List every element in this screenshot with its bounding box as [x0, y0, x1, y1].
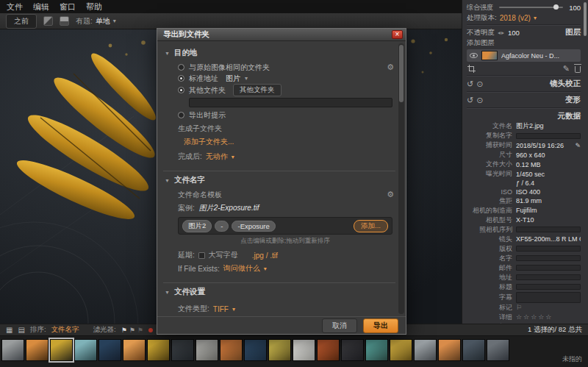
layout-select[interactable]: 有题: 单地 ▾ — [76, 16, 116, 26]
metadata-input[interactable] — [516, 227, 581, 232]
filmstrip-thumbnail[interactable] — [1, 339, 24, 361]
filmstrip-thumbnail[interactable] — [196, 339, 218, 361]
radio-icon — [178, 75, 184, 82]
scrollbar-thumb[interactable] — [399, 45, 404, 102]
flag-filter-icon[interactable]: ⚑ — [129, 327, 135, 334]
filmstrip-thumbnail[interactable] — [268, 339, 291, 361]
dest-option-standard-location[interactable]: 标准地址 图片 ▾ — [178, 73, 392, 84]
cancel-button[interactable]: 取消 — [322, 318, 357, 333]
filmstrip-thumbnail[interactable] — [438, 339, 461, 361]
menu-item[interactable]: 窗口 — [54, 0, 81, 14]
metadata-input[interactable] — [516, 274, 581, 280]
gear-icon[interactable]: ⚙ — [387, 63, 394, 72]
subfolder-label: 生成子文件夹 — [178, 124, 392, 134]
filmstrip-thumbnail[interactable] — [244, 339, 267, 361]
extension-value[interactable]: .jpg / .tif — [252, 252, 278, 260]
brush-icon[interactable] — [43, 16, 53, 26]
slider-knob[interactable] — [553, 4, 559, 10]
menu-item[interactable]: 编辑 — [28, 0, 54, 14]
trash-icon[interactable] — [575, 66, 581, 73]
flag-icon[interactable]: ⚐ — [516, 304, 522, 311]
gear-icon[interactable]: ⚙ — [387, 190, 394, 199]
add-subfolder-link[interactable]: 添加子文件夹... — [184, 137, 234, 147]
dialog-titlebar[interactable]: 导出到文件夹 × — [157, 29, 406, 41]
add-token-button[interactable]: 添加... — [354, 220, 388, 232]
filmstrip-thumbnail[interactable] — [98, 339, 121, 361]
visibility-eye-icon[interactable] — [470, 53, 478, 58]
folder-path-input[interactable] — [189, 98, 392, 107]
rating-stars-icon[interactable]: ☆☆☆☆☆ — [516, 313, 553, 321]
uppercase-checkbox[interactable] — [198, 252, 205, 259]
dest-option-same-folder[interactable]: 与原始图像相同的文件夹 — [178, 62, 392, 73]
destination-section-header[interactable]: ▼ 目的地 — [163, 44, 395, 61]
metadata-textarea[interactable] — [516, 292, 581, 303]
target-icon[interactable]: ⊙ — [476, 80, 483, 88]
amount-slider[interactable] — [499, 7, 563, 8]
file-settings-section-header[interactable]: ▼ 文件设置 — [163, 282, 395, 300]
filmstrip-thumbnail[interactable] — [123, 339, 146, 361]
layer-item[interactable]: Agfacolor Neu - D... — [467, 49, 581, 62]
divider — [467, 24, 581, 26]
reset-icon[interactable]: ↺ — [467, 96, 473, 104]
filmstrip-thumbnail[interactable] — [74, 339, 97, 361]
metadata-input[interactable] — [516, 246, 581, 252]
panel-scrollbar[interactable] — [584, 2, 587, 36]
flag-filter-icon[interactable]: ⚑ — [121, 327, 127, 334]
export-button[interactable]: 导出 — [363, 318, 398, 333]
add-layer-row[interactable]: 添加图层 — [467, 38, 581, 48]
flag-filter-icon[interactable]: ⚑ — [137, 327, 143, 334]
dialog-body: ▼ 目的地 ⚙ 与原始图像相同的文件夹 标准地址 图片 ▾ 其他文件夹 — [157, 41, 406, 316]
filmstrip-thumbnail[interactable] — [293, 339, 315, 361]
filmstrip-thumbnail[interactable] — [171, 339, 194, 361]
filename-token-chip[interactable]: - — [215, 221, 229, 232]
metadata-input[interactable] — [516, 284, 581, 290]
target-icon[interactable]: ⊙ — [476, 96, 483, 104]
template-label: 文件命名模板 — [178, 190, 392, 200]
filmstrip-thumbnail[interactable] — [341, 339, 364, 361]
filmstrip-thumbnail[interactable] — [147, 339, 170, 361]
standard-location-value[interactable]: 图片 — [226, 74, 240, 84]
filmstrip-thumbnail[interactable] — [390, 339, 412, 361]
metadata-input[interactable] — [516, 265, 581, 271]
menu-item[interactable]: 帮助 — [81, 0, 107, 14]
reset-icon[interactable]: ↺ — [467, 80, 473, 88]
dest-option-prompt[interactable]: 导出时提示 — [178, 110, 392, 121]
gradient-icon[interactable] — [60, 16, 69, 26]
grid-view-icon[interactable]: ▦ — [6, 326, 12, 334]
choose-folder-button[interactable]: 其他文件夹 — [233, 84, 282, 96]
pencil-icon[interactable]: ✎ — [563, 65, 570, 73]
dialog-scrollbar[interactable] — [398, 43, 404, 314]
close-icon[interactable]: × — [392, 30, 403, 39]
lens-correction-row[interactable]: ↺ ⊙ 镜头校正 — [467, 78, 581, 90]
sort-value[interactable]: 文件名字 — [51, 325, 79, 335]
red-dot-filter[interactable] — [148, 328, 153, 332]
transform-row[interactable]: ↺ ⊙ 变形 — [467, 94, 581, 106]
metadata-row: 标题 — [467, 282, 581, 292]
filename-token-chip[interactable]: -Exposure — [232, 221, 275, 232]
filename-token-chip[interactable]: 图片2 — [182, 220, 212, 232]
dest-option-other-folder[interactable]: 其他文件夹 其他文件夹 — [178, 84, 392, 96]
filmstrip-thumbnail[interactable] — [26, 339, 49, 361]
filmstrip-thumbnail[interactable] — [462, 339, 485, 361]
stepper-icon[interactable]: ◂▸ — [498, 29, 505, 36]
filmstrip-thumbnail[interactable] — [414, 339, 437, 361]
filmstrip-thumbnail[interactable] — [50, 339, 73, 361]
loupe-view-icon[interactable]: ▤ — [18, 326, 24, 334]
pencil-icon[interactable]: ✎ — [575, 142, 581, 149]
process-version-row[interactable]: 处理版本: 2018 (v2) ▾ — [467, 13, 581, 23]
crop-icon[interactable] — [467, 64, 476, 73]
menu-item[interactable]: 文件 — [1, 0, 28, 14]
filmstrip-thumbnail[interactable] — [317, 339, 340, 361]
metadata-input[interactable] — [516, 133, 581, 139]
filmstrip-thumbnail[interactable] — [365, 339, 388, 361]
after-export-value[interactable]: 无动作 — [206, 152, 228, 162]
before-button[interactable]: 之前 — [6, 14, 37, 29]
metadata-header-row[interactable]: 元数据 — [467, 110, 581, 121]
file-type-value[interactable]: TIFF — [213, 305, 229, 313]
if-exists-value[interactable]: 询问做什么 — [223, 263, 260, 274]
filmstrip-thumbnail[interactable] — [487, 339, 509, 361]
filter-amount-row: 综合强度 100 — [467, 2, 581, 13]
filmstrip-thumbnail[interactable] — [220, 339, 243, 361]
naming-section-header[interactable]: ▼ 文件名字 — [163, 171, 395, 188]
metadata-input[interactable] — [516, 255, 581, 261]
